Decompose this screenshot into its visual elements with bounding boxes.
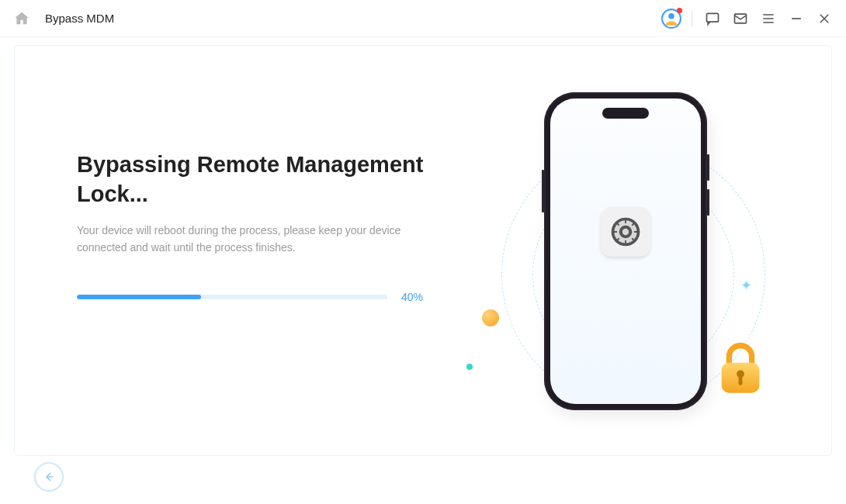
phone-illustration: ✦ [490,131,777,418]
back-button[interactable] [34,462,64,492]
main-card: Bypassing Remote Management Lock... Your… [14,45,832,456]
phone-screen [550,98,701,404]
svg-point-1 [668,12,674,19]
home-icon[interactable] [9,6,34,31]
teal-dot-icon [466,364,473,370]
progress-track [77,295,387,299]
sparkle-icon: ✦ [740,277,752,294]
title-bar: Bypass MDM [0,0,846,37]
phone-side-button-icon [542,170,544,212]
phone-side-button-icon [707,189,709,216]
status-heading: Bypassing Remote Management Lock... [77,150,434,209]
progress-fill [77,295,201,299]
svg-rect-18 [739,376,743,385]
footer [0,454,846,504]
svg-point-15 [622,229,629,235]
progress-bar: 40% [77,291,434,303]
menu-icon[interactable] [756,6,781,31]
orange-dot-icon [482,309,499,326]
chat-icon[interactable] [700,6,725,31]
avatar-icon[interactable] [659,6,684,31]
progress-label: 40% [401,291,423,303]
dynamic-island-icon [602,108,649,119]
phone-side-button-icon [707,154,709,181]
close-icon[interactable] [812,6,837,31]
phone-frame-icon [544,92,707,410]
minimize-icon[interactable] [784,6,809,31]
settings-gear-icon [601,207,650,257]
back-icon [42,470,56,484]
status-pane: Bypassing Remote Management Lock... Your… [77,150,434,303]
page-title: Bypass MDM [45,12,114,25]
padlock-icon [710,338,771,399]
status-description: Your device will reboot during the proce… [77,223,418,256]
notification-dot-icon [677,8,682,13]
toolbar-divider [692,10,692,27]
svg-rect-2 [707,13,719,22]
mail-icon[interactable] [728,6,753,31]
